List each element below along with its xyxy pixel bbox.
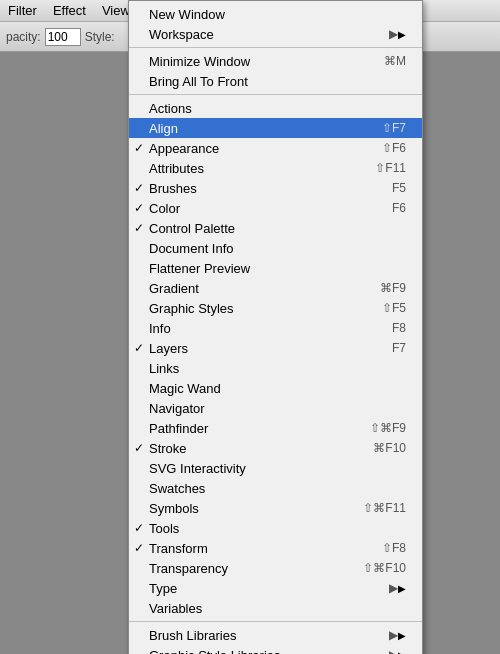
menu-navigator[interactable]: Navigator [129, 398, 422, 418]
menu-document-info[interactable]: Document Info [129, 238, 422, 258]
menu-graphic-style-libraries[interactable]: Graphic Style Libraries ▶ [129, 645, 422, 654]
menu-magic-wand[interactable]: Magic Wand [129, 378, 422, 398]
brushes-shortcut: F5 [392, 181, 406, 195]
color-shortcut: F6 [392, 201, 406, 215]
transparency-shortcut: ⇧⌘F10 [363, 561, 406, 575]
info-shortcut: F8 [392, 321, 406, 335]
menu-section-4: Brush Libraries ▶ Graphic Style Librarie… [129, 622, 422, 654]
menu-type[interactable]: Type ▶ [129, 578, 422, 598]
menu-variables[interactable]: Variables [129, 598, 422, 618]
menu-actions[interactable]: Actions [129, 98, 422, 118]
opacity-input[interactable] [45, 28, 81, 46]
type-arrow: ▶ [389, 581, 398, 595]
pathfinder-shortcut: ⇧⌘F9 [370, 421, 406, 435]
appearance-shortcut: ⇧F6 [382, 141, 406, 155]
menu-color[interactable]: Color F6 [129, 198, 422, 218]
graphic-style-libraries-arrow: ▶ [389, 648, 398, 654]
menu-pathfinder[interactable]: Pathfinder ⇧⌘F9 [129, 418, 422, 438]
menu-new-window[interactable]: New Window [129, 4, 422, 24]
menu-effect[interactable]: Effect [45, 0, 94, 22]
menu-gradient[interactable]: Gradient ⌘F9 [129, 278, 422, 298]
menu-info[interactable]: Info F8 [129, 318, 422, 338]
menu-tools[interactable]: Tools [129, 518, 422, 538]
style-label: Style: [85, 30, 115, 44]
menu-attributes[interactable]: Attributes ⇧F11 [129, 158, 422, 178]
menu-stroke[interactable]: Stroke ⌘F10 [129, 438, 422, 458]
menu-filter[interactable]: Filter [0, 0, 45, 22]
menu-flattener-preview[interactable]: Flattener Preview [129, 258, 422, 278]
menu-bring-all-to-front[interactable]: Bring All To Front [129, 71, 422, 91]
minimize-shortcut: ⌘M [384, 54, 406, 68]
menu-section-2: Minimize Window ⌘M Bring All To Front [129, 48, 422, 95]
menu-section-1: New Window Workspace ▶ [129, 1, 422, 48]
workspace-arrow: ▶ [389, 27, 398, 41]
menu-control-palette[interactable]: Control Palette [129, 218, 422, 238]
menu-align[interactable]: Align ⇧F7 [129, 118, 422, 138]
menu-graphic-styles[interactable]: Graphic Styles ⇧F5 [129, 298, 422, 318]
transform-shortcut: ⇧F8 [382, 541, 406, 555]
menu-layers[interactable]: Layers F7 [129, 338, 422, 358]
brush-libraries-arrow: ▶ [389, 628, 398, 642]
menu-brush-libraries[interactable]: Brush Libraries ▶ [129, 625, 422, 645]
layers-shortcut: F7 [392, 341, 406, 355]
menu-symbols[interactable]: Symbols ⇧⌘F11 [129, 498, 422, 518]
opacity-label: pacity: [6, 30, 41, 44]
menu-minimize-window[interactable]: Minimize Window ⌘M [129, 51, 422, 71]
menu-transform[interactable]: Transform ⇧F8 [129, 538, 422, 558]
menu-links[interactable]: Links [129, 358, 422, 378]
menu-transparency[interactable]: Transparency ⇧⌘F10 [129, 558, 422, 578]
menu-section-3: Actions Align ⇧F7 Appearance ⇧F6 Attribu… [129, 95, 422, 622]
attributes-shortcut: ⇧F11 [375, 161, 406, 175]
align-shortcut: ⇧F7 [382, 121, 406, 135]
menu-appearance[interactable]: Appearance ⇧F6 [129, 138, 422, 158]
menu-workspace[interactable]: Workspace ▶ [129, 24, 422, 44]
stroke-shortcut: ⌘F10 [373, 441, 406, 455]
symbols-shortcut: ⇧⌘F11 [363, 501, 406, 515]
menu-svg-interactivity[interactable]: SVG Interactivity [129, 458, 422, 478]
gradient-shortcut: ⌘F9 [380, 281, 406, 295]
menu-swatches[interactable]: Swatches [129, 478, 422, 498]
window-dropdown-menu: New Window Workspace ▶ Minimize Window ⌘… [128, 0, 423, 654]
menu-brushes[interactable]: Brushes F5 [129, 178, 422, 198]
graphic-styles-shortcut: ⇧F5 [382, 301, 406, 315]
